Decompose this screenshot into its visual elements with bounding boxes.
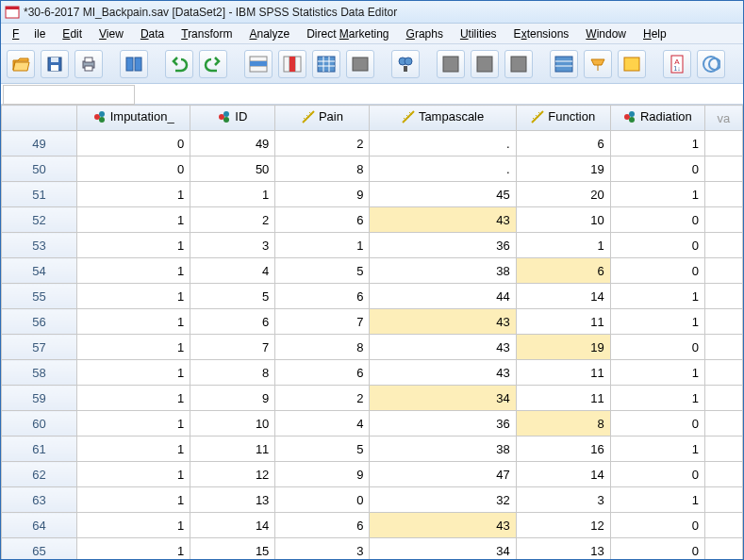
column-header-radiation[interactable]: Radiation: [610, 106, 704, 131]
cell-id[interactable]: 11: [190, 436, 275, 462]
customize-toolbar-button[interactable]: [697, 50, 725, 78]
row-header[interactable]: 52: [2, 207, 77, 233]
column-header-pain[interactable]: Pain: [275, 106, 370, 131]
cell-radiation[interactable]: 1: [610, 182, 704, 207]
cell-id[interactable]: 5: [190, 284, 275, 309]
cell-radiation[interactable]: 0: [610, 207, 704, 233]
cell-function[interactable]: 14: [516, 462, 610, 487]
cell-tampascale[interactable]: 38: [370, 436, 516, 462]
select-cases-button[interactable]: [504, 50, 533, 78]
cell-empty[interactable]: [704, 487, 742, 513]
variables-button[interactable]: [312, 50, 340, 78]
row-header[interactable]: 54: [2, 258, 77, 284]
cell-id[interactable]: 1: [190, 182, 275, 207]
cell-id[interactable]: 50: [190, 156, 275, 182]
cell-tampascale[interactable]: 43: [370, 309, 516, 335]
cell-id[interactable]: 4: [190, 258, 275, 284]
cell-empty[interactable]: [704, 156, 742, 182]
find-button[interactable]: [391, 50, 420, 78]
menu-extensions[interactable]: Extensions: [506, 25, 577, 42]
row-header[interactable]: 49: [2, 131, 77, 156]
cell-tampascale[interactable]: 32: [370, 487, 516, 513]
cell-imputation[interactable]: 1: [77, 182, 190, 207]
column-header-function[interactable]: Function: [516, 106, 610, 131]
cell-function[interactable]: 20: [516, 182, 610, 207]
cell-function[interactable]: 6: [516, 258, 610, 284]
row-header[interactable]: 60: [2, 411, 77, 436]
cell-tampascale[interactable]: 43: [370, 513, 516, 538]
open-button[interactable]: [7, 50, 35, 78]
menu-window[interactable]: Window: [578, 25, 634, 42]
cell-imputation[interactable]: 0: [77, 131, 190, 156]
menu-help[interactable]: Help: [636, 25, 674, 42]
cell-tampascale[interactable]: 34: [370, 538, 516, 560]
cell-pain[interactable]: 9: [275, 462, 370, 487]
run-button[interactable]: [346, 50, 374, 78]
cell-radiation[interactable]: 0: [610, 258, 704, 284]
cell-pain[interactable]: 1: [275, 233, 370, 258]
cell-radiation[interactable]: 0: [610, 462, 704, 487]
cell-pain[interactable]: 5: [275, 436, 370, 462]
cell-id[interactable]: 7: [190, 335, 275, 360]
cell-radiation[interactable]: 1: [610, 386, 704, 411]
cell-id[interactable]: 2: [190, 207, 275, 233]
cell-function[interactable]: 13: [516, 538, 610, 560]
cell-radiation[interactable]: 0: [610, 335, 704, 360]
cell-function[interactable]: 19: [516, 156, 610, 182]
cell-radiation[interactable]: 0: [610, 233, 704, 258]
menu-file[interactable]: File: [5, 25, 53, 42]
print-button[interactable]: [74, 50, 103, 78]
row-header[interactable]: 59: [2, 386, 77, 411]
row-header[interactable]: 61: [2, 436, 77, 462]
cell-empty[interactable]: [704, 258, 742, 284]
cell-pain[interactable]: 4: [275, 411, 370, 436]
cell-empty[interactable]: [704, 284, 742, 309]
cell-id[interactable]: 3: [190, 233, 275, 258]
split-file-button[interactable]: [437, 50, 465, 78]
menu-data[interactable]: Data: [133, 25, 172, 42]
cell-function[interactable]: 10: [516, 207, 610, 233]
goto-case-button[interactable]: [244, 50, 273, 78]
cell-empty[interactable]: [704, 411, 742, 436]
cell-empty[interactable]: [704, 462, 742, 487]
cell-function[interactable]: 12: [516, 513, 610, 538]
row-header[interactable]: 57: [2, 335, 77, 360]
cell-imputation[interactable]: 1: [77, 335, 190, 360]
cell-empty[interactable]: [704, 233, 742, 258]
cell-tampascale[interactable]: 36: [370, 233, 516, 258]
row-header[interactable]: 53: [2, 233, 77, 258]
row-header[interactable]: 64: [2, 513, 77, 538]
cell-id[interactable]: 14: [190, 513, 275, 538]
cell-pain[interactable]: 6: [275, 360, 370, 386]
menu-analyze[interactable]: Analyze: [241, 25, 297, 42]
menu-graphs[interactable]: Graphs: [399, 25, 451, 42]
cell-imputation[interactable]: 1: [77, 309, 190, 335]
value-labels-button[interactable]: [550, 50, 578, 78]
recall-dialog-button[interactable]: [120, 50, 148, 78]
cell-tampascale[interactable]: 36: [370, 411, 516, 436]
cell-imputation[interactable]: 1: [77, 207, 190, 233]
menu-transform[interactable]: Transform: [174, 25, 240, 42]
weight-cases-button[interactable]: [471, 50, 499, 78]
cell-tampascale[interactable]: 43: [370, 360, 516, 386]
cell-radiation[interactable]: 0: [610, 513, 704, 538]
row-header[interactable]: 55: [2, 284, 77, 309]
cell-radiation[interactable]: 1: [610, 487, 704, 513]
cell-radiation[interactable]: 0: [610, 538, 704, 560]
cell-id[interactable]: 12: [190, 462, 275, 487]
goto-variable-button[interactable]: [278, 50, 306, 78]
cell-pain[interactable]: 6: [275, 207, 370, 233]
cell-function[interactable]: 11: [516, 360, 610, 386]
cell-radiation[interactable]: 1: [610, 360, 704, 386]
cell-id[interactable]: 49: [190, 131, 275, 156]
cell-function[interactable]: 19: [516, 335, 610, 360]
cell-tampascale[interactable]: .: [370, 131, 516, 156]
cell-imputation[interactable]: 1: [77, 284, 190, 309]
show-toolbar-button[interactable]: A1↓: [663, 50, 691, 78]
cell-function[interactable]: 1: [516, 233, 610, 258]
use-sets-button[interactable]: [584, 50, 612, 78]
cell-id[interactable]: 8: [190, 360, 275, 386]
menu-direct-marketing[interactable]: Direct Marketing: [299, 25, 396, 42]
cell-pain[interactable]: 7: [275, 309, 370, 335]
cell-id[interactable]: 13: [190, 487, 275, 513]
